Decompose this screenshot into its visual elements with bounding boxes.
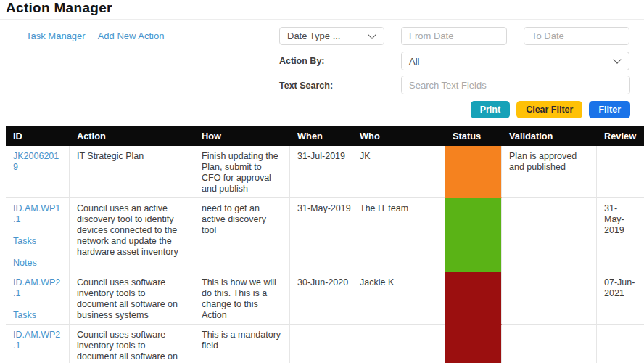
- review-cell: [597, 325, 644, 363]
- table-header-row: IDActionHowWhenWhoStatusValidationReview: [6, 126, 644, 146]
- validation-cell: [502, 272, 597, 325]
- row-sub-link[interactable]: Tasks: [13, 310, 62, 321]
- column-header-how: How: [194, 126, 290, 146]
- status-cell: [445, 198, 502, 272]
- row-sub-link[interactable]: Tasks: [13, 236, 62, 247]
- status-cell: [445, 146, 502, 198]
- action-cell: Council uses an active discovery tool to…: [70, 198, 194, 272]
- add-new-action-link[interactable]: Add New Action: [98, 30, 165, 41]
- date-type-value: Date Type ...: [287, 30, 340, 41]
- date-type-select[interactable]: Date Type ...: [279, 27, 384, 45]
- action-cell: Council uses software inventory tools to…: [70, 272, 194, 325]
- how-cell: need to get an active discovery tool: [194, 198, 290, 272]
- who-cell: The IT team: [352, 198, 445, 272]
- text-search-label: Text Search:: [279, 81, 333, 91]
- when-cell: 31-May-2019: [290, 198, 352, 272]
- review-cell: 31-May-2019: [597, 198, 644, 272]
- row-id-link[interactable]: ID.AM.WP1.1: [13, 203, 60, 224]
- when-cell: [290, 325, 352, 363]
- action-by-select[interactable]: All: [401, 52, 629, 70]
- how-cell: This is how we will do this. This is a c…: [194, 272, 290, 325]
- text-search-input[interactable]: [401, 76, 630, 94]
- row-sub-link[interactable]: Notes: [13, 258, 62, 269]
- page-title: Action Manager: [6, 0, 112, 16]
- to-date-input[interactable]: [524, 27, 629, 45]
- table-body: JK20062019 IT Strategic Plan Finish upda…: [6, 146, 644, 363]
- action-cell: Council uses software inventory tools to…: [70, 325, 194, 363]
- action-cell: IT Strategic Plan: [70, 146, 194, 198]
- action-by-label: Action By:: [279, 56, 325, 66]
- who-cell: JK: [352, 146, 445, 198]
- column-header-review: Review: [597, 126, 644, 146]
- chevron-down-icon: [368, 30, 376, 38]
- id-cell: JK20062019: [6, 146, 70, 198]
- chevron-down-icon: [613, 55, 621, 63]
- actions-table: IDActionHowWhenWhoStatusValidationReview…: [6, 126, 644, 363]
- from-date-input[interactable]: [401, 27, 507, 45]
- review-cell: 07-Jun-2021: [597, 272, 644, 325]
- id-cell: ID.AM.WP2.1 Tasks: [6, 272, 70, 325]
- review-cell: [597, 146, 644, 198]
- validation-cell: [502, 325, 597, 363]
- print-button[interactable]: Print: [471, 101, 510, 118]
- column-header-action: Action: [70, 126, 194, 146]
- filter-buttons: Print Clear Filter Filter: [401, 101, 630, 118]
- validation-cell: [502, 198, 597, 272]
- nav-links: Task Manager Add New Action: [26, 30, 164, 41]
- who-cell: [352, 325, 445, 363]
- status-cell: [445, 325, 502, 363]
- row-id-link[interactable]: ID.AM.WP2.1: [13, 330, 60, 351]
- table-row: ID.AM.WP1.1 TasksNotes Council uses an a…: [6, 198, 644, 272]
- how-cell: This is a mandatory field: [194, 325, 290, 363]
- clear-filter-button[interactable]: Clear Filter: [516, 101, 582, 118]
- row-id-link[interactable]: ID.AM.WP2.1: [13, 277, 60, 298]
- id-cell: ID.AM.WP2.1 Tasks: [6, 325, 70, 363]
- status-cell: [445, 272, 502, 325]
- row-id-link[interactable]: JK20062019: [13, 151, 59, 172]
- table-row: ID.AM.WP2.1 Tasks Council uses software …: [6, 325, 644, 363]
- id-links: Tasks: [13, 310, 62, 321]
- validation-cell: Plan is approved and published: [502, 146, 597, 198]
- task-manager-link[interactable]: Task Manager: [26, 30, 86, 41]
- how-cell: Finish updating the Plan, submit to CFO …: [194, 146, 290, 198]
- table-row: JK20062019 IT Strategic Plan Finish upda…: [6, 146, 644, 198]
- column-header-status: Status: [445, 126, 502, 146]
- id-links: TasksNotes: [13, 236, 62, 269]
- who-cell: Jackie K: [352, 272, 445, 325]
- table-row: ID.AM.WP2.1 Tasks Council uses software …: [6, 272, 644, 325]
- action-by-value: All: [409, 56, 419, 67]
- column-header-id: ID: [6, 126, 70, 146]
- column-header-validation: Validation: [502, 126, 597, 146]
- when-cell: 31-Jul-2019: [290, 146, 352, 198]
- filter-button[interactable]: Filter: [589, 101, 630, 118]
- id-cell: ID.AM.WP1.1 TasksNotes: [6, 198, 70, 272]
- when-cell: 30-Jun-2020: [290, 272, 352, 325]
- column-header-when: When: [290, 126, 352, 146]
- column-header-who: Who: [352, 126, 445, 146]
- title-divider: [0, 19, 644, 20]
